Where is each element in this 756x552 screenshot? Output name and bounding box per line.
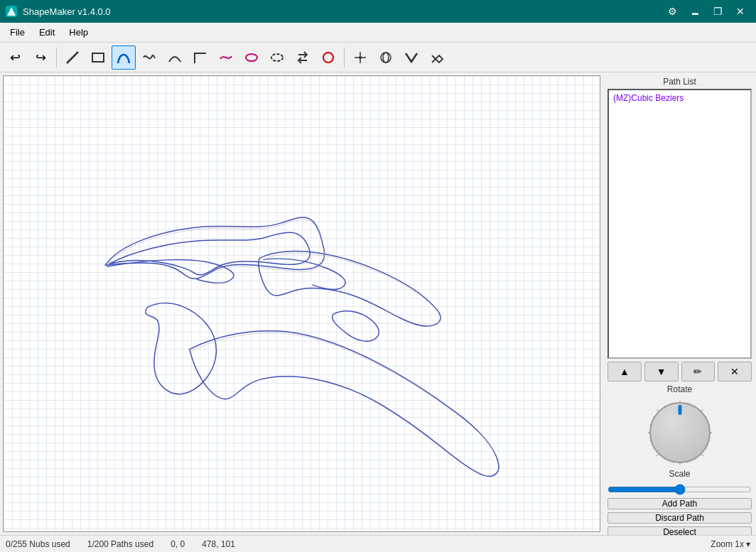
scale-slider[interactable] bbox=[608, 484, 752, 495]
file-menu[interactable]: File bbox=[3, 24, 32, 40]
canvas-svg bbox=[4, 76, 600, 531]
zoom-dropdown-icon[interactable]: ▾ bbox=[746, 539, 750, 549]
undo-button[interactable]: ↩ bbox=[3, 45, 27, 70]
toolbar: ↩ ↪ bbox=[0, 43, 756, 72]
path-down-button[interactable]: ▼ bbox=[644, 362, 679, 381]
deselect-button[interactable]: Deselect bbox=[608, 526, 752, 535]
close-button[interactable]: ✕ bbox=[730, 3, 750, 20]
svg-point-3 bbox=[246, 54, 257, 61]
reverse-tool[interactable] bbox=[291, 45, 315, 70]
add-path-button[interactable]: Add Path bbox=[608, 498, 752, 509]
cubic-bezier-tool[interactable] bbox=[112, 45, 136, 70]
path-list-label: Path List bbox=[608, 77, 752, 87]
svg-point-4 bbox=[271, 54, 283, 61]
rotate-label: Rotate bbox=[667, 384, 692, 394]
settings-button[interactable]: ⚙ bbox=[662, 3, 682, 20]
restore-button[interactable]: ❐ bbox=[708, 3, 728, 20]
scale-section: Scale bbox=[608, 469, 752, 495]
rotate-knob-indicator bbox=[678, 405, 681, 415]
path-list-item[interactable]: (MZ)Cubic Beziers bbox=[610, 92, 749, 104]
menu-bar: File Edit Help bbox=[0, 23, 756, 43]
path-delete-button[interactable]: ✕ bbox=[718, 362, 752, 381]
crosshair-tool[interactable] bbox=[348, 45, 372, 70]
paths-used-status: 1/200 Paths used bbox=[87, 539, 153, 549]
canvas-grid bbox=[4, 76, 600, 531]
nubs-used-status: 0/255 Nubs used bbox=[6, 539, 70, 549]
help-menu[interactable]: Help bbox=[62, 24, 95, 40]
circle-tool[interactable] bbox=[316, 45, 340, 70]
scale-label: Scale bbox=[669, 469, 690, 479]
arc-tool[interactable] bbox=[163, 45, 187, 70]
minimize-button[interactable]: 🗕 bbox=[685, 3, 705, 20]
redo-button[interactable]: ↪ bbox=[28, 45, 53, 70]
path-list-controls: ▲ ▼ ✏ ✕ bbox=[608, 362, 752, 381]
status-bar: 0/255 Nubs used 1/200 Paths used 0, 0 47… bbox=[0, 535, 756, 552]
path-list-box[interactable]: (MZ)Cubic Beziers bbox=[608, 89, 752, 359]
svg-point-8 bbox=[359, 56, 362, 59]
link-tool[interactable] bbox=[374, 45, 398, 70]
toolbar-separator-1 bbox=[56, 48, 57, 67]
svg-point-5 bbox=[323, 53, 333, 63]
canvas-container[interactable] bbox=[3, 75, 600, 532]
spiro-tool[interactable] bbox=[137, 45, 161, 70]
size-status: 478, 101 bbox=[202, 539, 235, 549]
smooth-tool[interactable] bbox=[214, 45, 238, 70]
ellipse2-tool[interactable] bbox=[265, 45, 289, 70]
coords-status: 0, 0 bbox=[171, 539, 185, 549]
svg-rect-2 bbox=[92, 53, 104, 62]
path-up-button[interactable]: ▲ bbox=[608, 362, 642, 381]
ellipse-tool[interactable] bbox=[239, 45, 264, 70]
zoom-label: Zoom 1x bbox=[711, 539, 744, 549]
v-tool[interactable] bbox=[399, 45, 423, 70]
rotate-knob-container[interactable] bbox=[647, 399, 713, 466]
main-area: Path List (MZ)Cubic Beziers ▲ ▼ ✏ ✕ Rota… bbox=[0, 72, 756, 535]
line-tool[interactable] bbox=[60, 45, 85, 70]
rotate-section: Rotate bbox=[608, 384, 752, 466]
path-edit-button[interactable]: ✏ bbox=[681, 362, 716, 381]
svg-line-1 bbox=[67, 52, 78, 63]
app-icon bbox=[6, 6, 17, 17]
svg-marker-0 bbox=[7, 7, 16, 16]
edit-menu[interactable]: Edit bbox=[32, 24, 62, 40]
svg-point-9 bbox=[381, 53, 391, 63]
right-panel: Path List (MZ)Cubic Beziers ▲ ▼ ✏ ✕ Rota… bbox=[603, 72, 756, 535]
path-list-section: Path List (MZ)Cubic Beziers ▲ ▼ ✏ ✕ bbox=[608, 77, 752, 381]
app-title: ShapeMaker v1.4.0.0 bbox=[23, 6, 662, 17]
corner-tool[interactable] bbox=[188, 45, 212, 70]
rect-tool[interactable] bbox=[86, 45, 110, 70]
svg-point-10 bbox=[383, 53, 389, 63]
toolbar-separator-2 bbox=[344, 48, 345, 67]
title-bar: ShapeMaker v1.4.0.0 ⚙ 🗕 ❐ ✕ bbox=[0, 0, 756, 23]
edit-tool[interactable] bbox=[425, 45, 449, 70]
discard-path-button[interactable]: Discard Path bbox=[608, 512, 752, 524]
